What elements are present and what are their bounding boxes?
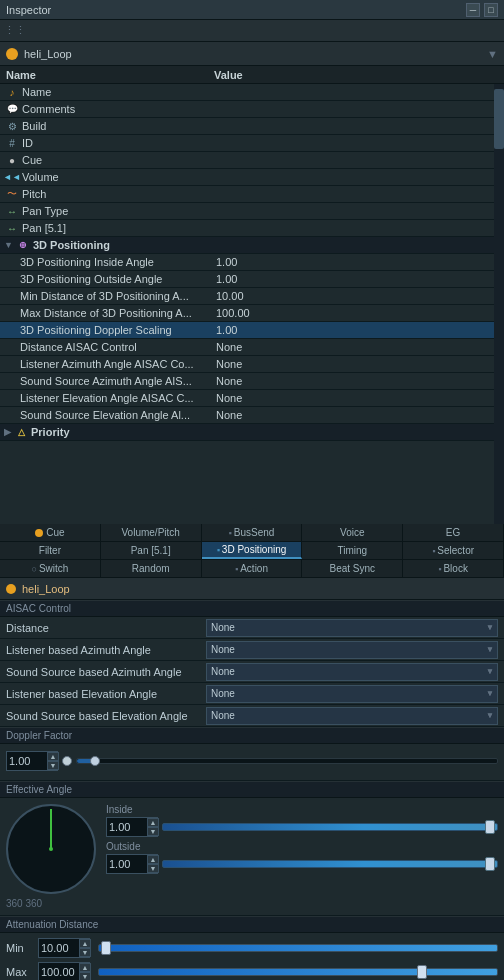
doppler-slider-thumb[interactable] [90,756,100,766]
inside-spinbox[interactable]: ▲ ▼ [106,817,158,837]
tab-switch[interactable]: ○ Switch [0,560,101,577]
min-spinbox[interactable]: ▲ ▼ [38,938,90,958]
property-label: Max Distance of 3D Positioning A... [20,307,212,319]
toolbar: ⋮⋮ [0,20,504,42]
property-label: Comments [22,103,214,115]
tab-dot-cue [35,529,43,537]
property-value: None [212,392,500,404]
cue-name-label: heli_Loop [24,48,72,60]
table-row[interactable]: Listener Azimuth Angle AISAC Co... None [0,356,504,373]
outside-decrement-button[interactable]: ▼ [147,864,159,873]
max-decrement-button[interactable]: ▼ [79,972,91,980]
doppler-increment-button[interactable]: ▲ [47,752,59,761]
max-spinbox[interactable]: ▲ ▼ [38,962,90,980]
angle-line [50,809,52,849]
tab-eg-label: EG [446,527,460,538]
table-row[interactable]: ↔ Pan [5.1] [0,220,504,237]
maximize-button[interactable]: □ [484,3,498,17]
outside-row: ▲ ▼ [106,854,498,874]
tab-bussend[interactable]: ▪ BusSend [202,524,303,541]
tab-voice[interactable]: Voice [302,524,403,541]
min-slider[interactable] [98,944,498,952]
outside-slider[interactable] [162,860,498,868]
table-row[interactable]: ⚙ Build [0,118,504,135]
tab-cue[interactable]: Cue [0,524,101,541]
table-row[interactable]: Sound Source Elevation Angle Al... None [0,407,504,424]
tab-filter[interactable]: Filter [0,542,101,559]
cue-arrow-icon[interactable]: ▼ [487,48,498,60]
tab-selector[interactable]: ▪ Selector [403,542,504,559]
section-header-3d[interactable]: ▼ ⊕ 3D Positioning [0,237,504,254]
max-slider-thumb[interactable] [417,965,427,979]
vertical-scrollbar[interactable] [494,84,504,524]
section-header-priority[interactable]: ▶ △ Priority [0,424,504,441]
max-slider[interactable] [98,968,498,976]
table-row[interactable]: 3D Positioning Inside Angle 1.00 [0,254,504,271]
tab-volumepitch[interactable]: Volume/Pitch [101,524,202,541]
aisac-select-listener-azimuth[interactable]: None [206,641,498,659]
doppler-input[interactable] [9,755,47,767]
property-value: 10.00 [212,290,500,302]
outside-slider-thumb[interactable] [485,857,495,871]
inside-decrement-button[interactable]: ▼ [147,827,159,836]
tab-bussend-label: BusSend [234,527,275,538]
doppler-spinbox[interactable]: ▲ ▼ [6,751,58,771]
outside-input[interactable] [109,858,147,870]
tab-block[interactable]: ▪ Block [403,560,504,577]
aisac-select-src-elev[interactable]: None [206,707,498,725]
table-row[interactable]: 💬 Comments [0,101,504,118]
table-row[interactable]: ♪ Name [0,84,504,101]
max-increment-button[interactable]: ▲ [79,963,91,972]
min-increment-button[interactable]: ▲ [79,939,91,948]
tab-action[interactable]: ▪ Action [202,560,303,577]
doppler-decrement-button[interactable]: ▼ [47,761,59,770]
table-row[interactable]: Listener Elevation Angle AISAC C... None [0,390,504,407]
tab-block-label: Block [443,563,467,574]
pitch-icon: 〜 [4,186,20,202]
table-row[interactable]: Distance AISAC Control None [0,339,504,356]
tab-beatsync[interactable]: Beat Sync [302,560,403,577]
minimize-button[interactable]: ─ [466,3,480,17]
aisac-select-distance[interactable]: None [206,619,498,637]
angle-diagram-wrap: 360 360 [6,804,96,909]
table-row[interactable]: 3D Positioning Outside Angle 1.00 [0,271,504,288]
table-row[interactable]: Sound Source Azimuth Angle AIS... None [0,373,504,390]
table-row[interactable]: Min Distance of 3D Positioning A... 10.0… [0,288,504,305]
inside-increment-button[interactable]: ▲ [147,818,159,827]
outside-increment-button[interactable]: ▲ [147,855,159,864]
table-row[interactable]: Max Distance of 3D Positioning A... 100.… [0,305,504,322]
aisac-select-listener-elev-wrap: None ▼ [206,685,498,703]
table-row[interactable]: 〜 Pitch [0,186,504,203]
outside-spinbox[interactable]: ▲ ▼ [106,854,158,874]
tab-timing[interactable]: Timing [302,542,403,559]
min-slider-thumb[interactable] [101,941,111,955]
table-row-selected[interactable]: 3D Positioning Doppler Scaling 1.00 [0,322,504,339]
tab-random[interactable]: Random [101,560,202,577]
doppler-slider[interactable] [76,758,498,764]
inside-spin-buttons: ▲ ▼ [147,818,159,836]
tab-eg[interactable]: EG [403,524,504,541]
tab-pan51[interactable]: Pan [5.1] [101,542,202,559]
property-label: 3D Positioning Inside Angle [20,256,212,268]
min-input[interactable] [41,942,79,954]
aisac-select-src-azimuth[interactable]: None [206,663,498,681]
attenuation-max-row: Max ▲ ▼ [6,961,498,980]
table-row[interactable]: ◄◄ Volume [0,169,504,186]
aisac-select-listener-elev[interactable]: None [206,685,498,703]
tab-selector-label: Selector [437,545,474,556]
tab-3d-positioning[interactable]: ▪ 3D Positioning [202,542,303,559]
max-input[interactable] [41,966,79,978]
scrollbar-thumb[interactable] [494,89,504,149]
gear-icon: ⚙ [4,118,20,134]
cue-icon: ● [4,152,20,168]
inside-slider[interactable] [162,823,498,831]
aisac-row-listener-azimuth: Listener based Azimuth Angle None ▼ [0,639,504,661]
aisac-row-distance: Distance None ▼ [0,617,504,639]
table-row[interactable]: # ID [0,135,504,152]
table-row[interactable]: ● Cue [0,152,504,169]
table-row[interactable]: ↔ Pan Type [0,203,504,220]
properties-table: ♪ Name 💬 Comments ⚙ Build # ID ● Cue [0,84,504,441]
inside-slider-thumb[interactable] [485,820,495,834]
min-decrement-button[interactable]: ▼ [79,948,91,957]
inside-input[interactable] [109,821,147,833]
